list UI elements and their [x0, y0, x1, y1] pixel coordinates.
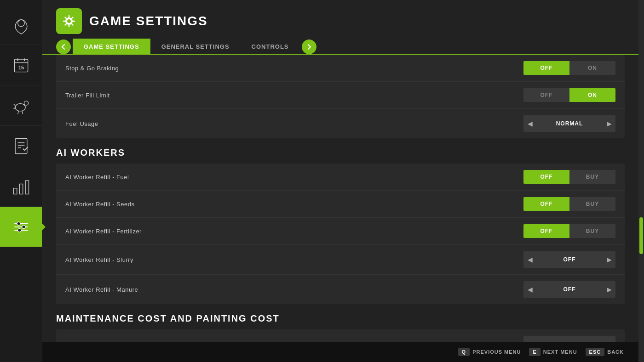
svg-point-26	[67, 19, 71, 23]
fuel-usage-dropdown: ◀ NORMAL ▶	[523, 115, 615, 132]
stop-go-on-btn[interactable]: ON	[569, 61, 615, 75]
trailer-off-btn[interactable]: OFF	[523, 88, 569, 102]
svg-text:15: 15	[18, 65, 23, 70]
scroll-thumb[interactable]	[639, 217, 643, 254]
fuel-usage-value: NORMAL	[536, 120, 603, 127]
svg-line-8	[17, 111, 18, 113]
svg-line-9	[22, 111, 23, 113]
sidebar-item-calendar[interactable]: 15	[0, 45, 42, 85]
main-panel: GAME SETTINGS GAME SETTINGS GENERAL SETT…	[42, 0, 638, 362]
contracts-icon	[11, 136, 31, 156]
sidebar-item-settings[interactable]	[0, 207, 42, 247]
stop-go-braking-row: Stop & Go Braking OFF ON	[56, 55, 625, 82]
ai-refill-fuel-row: AI Worker Refill - Fuel OFF BUY	[56, 164, 625, 191]
svg-rect-16	[13, 188, 17, 194]
trailer-fill-toggle: OFF ON	[523, 88, 615, 102]
gear-tractor-icon	[61, 13, 77, 29]
ai-refill-manure-row: AI Worker Refill - Manure ◀ OFF ▶	[56, 275, 625, 304]
fuel-usage-prev[interactable]: ◀	[523, 115, 536, 132]
chevron-right-icon	[305, 43, 313, 51]
ai-refill-fertilizer-toggle: OFF BUY	[523, 224, 615, 238]
fuel-usage-row: Fuel Usage ◀ NORMAL ▶	[56, 109, 625, 138]
tab-game-settings[interactable]: GAME SETTINGS	[73, 39, 150, 55]
next-menu-key: E NEXT MENU	[529, 348, 582, 356]
page-title: GAME SETTINGS	[89, 14, 208, 28]
maintenance-cost-prev[interactable]: ◀	[523, 336, 536, 342]
svg-point-22	[17, 222, 20, 225]
tab-general-settings[interactable]: GENERAL SETTINGS	[150, 39, 241, 55]
trailer-fill-limit-row: Trailer Fill Limit OFF ON	[56, 82, 625, 109]
trailer-fill-limit-label: Trailer Fill Limit	[65, 92, 110, 99]
animals-icon	[11, 96, 31, 116]
calendar-icon: 15	[11, 55, 31, 75]
maintenance-section-title: MAINTENANCE COST AND PAINTING COST	[56, 313, 625, 324]
ai-manure-dropdown: ◀ OFF ▶	[523, 281, 615, 298]
vehicles-panel: Stop & Go Braking OFF ON Trailer Fill Li…	[56, 55, 625, 138]
maintenance-cost-dropdown: ◀ 75 % ▶	[523, 336, 615, 342]
svg-point-6	[15, 103, 25, 111]
ai-slurry-value: OFF	[536, 256, 603, 263]
back-label: BACK	[607, 349, 624, 355]
fuel-usage-label: Fuel Usage	[65, 120, 98, 127]
ai-fuel-off-btn[interactable]: OFF	[523, 170, 569, 184]
esc-key-badge: ESC	[586, 348, 605, 356]
svg-rect-17	[19, 184, 23, 194]
maintenance-panel: Maintenance cost ◀ 75 % ▶ Maintenance in…	[56, 329, 625, 342]
ai-refill-seeds-row: AI Worker Refill - Seeds OFF BUY	[56, 191, 625, 218]
ai-slurry-prev[interactable]: ◀	[523, 251, 536, 268]
production-icon	[11, 176, 31, 197]
settings-icon	[11, 217, 31, 237]
map-icon	[11, 15, 31, 35]
svg-point-24	[17, 228, 21, 232]
header: GAME SETTINGS	[42, 0, 638, 39]
svg-line-11	[13, 107, 15, 109]
sidebar-item-animals[interactable]	[0, 85, 42, 126]
right-scrollbar[interactable]	[638, 0, 644, 362]
fuel-usage-next[interactable]: ▶	[603, 115, 615, 132]
svg-point-23	[22, 225, 25, 228]
back-key: ESC BACK	[586, 348, 629, 356]
stop-go-braking-toggle: OFF ON	[523, 61, 615, 75]
ai-fuel-buy-btn[interactable]: BUY	[569, 170, 615, 184]
ai-fertilizer-off-btn[interactable]: OFF	[523, 224, 569, 238]
tab-controls[interactable]: CONTROLS	[241, 39, 300, 55]
next-menu-label: NEXT MENU	[543, 349, 577, 355]
ai-refill-fuel-label: AI Worker Refill - Fuel	[65, 174, 129, 181]
e-key-badge: E	[529, 348, 540, 356]
ai-seeds-off-btn[interactable]: OFF	[523, 197, 569, 211]
ai-workers-section-title: AI WORKERS	[56, 147, 625, 158]
ai-manure-next[interactable]: ▶	[603, 281, 615, 298]
ai-slurry-next[interactable]: ▶	[603, 251, 615, 268]
maintenance-cost-row: Maintenance cost ◀ 75 % ▶	[56, 329, 625, 342]
ai-refill-seeds-label: AI Worker Refill - Seeds	[65, 201, 134, 208]
svg-rect-18	[25, 181, 29, 194]
sidebar-item-contracts[interactable]	[0, 126, 42, 166]
sidebar: 15	[0, 0, 42, 362]
tab-prev-arrow[interactable]	[56, 40, 71, 54]
ai-refill-fertilizer-row: AI Worker Refill - Fertilizer OFF BUY	[56, 218, 625, 245]
active-indicator	[41, 222, 46, 232]
stop-go-braking-label: Stop & Go Braking	[65, 65, 119, 72]
ai-fertilizer-buy-btn[interactable]: BUY	[569, 224, 615, 238]
trailer-on-btn[interactable]: ON	[569, 88, 615, 102]
ai-refill-seeds-toggle: OFF BUY	[523, 197, 615, 211]
ai-refill-slurry-label: AI Worker Refill - Slurry	[65, 256, 133, 263]
ai-refill-fertilizer-label: AI Worker Refill - Fertilizer	[65, 228, 142, 235]
svg-line-10	[13, 104, 15, 106]
ai-manure-prev[interactable]: ◀	[523, 281, 536, 298]
ai-slurry-dropdown: ◀ OFF ▶	[523, 251, 615, 268]
bottom-bar: Q PREVIOUS MENU E NEXT MENU ESC BACK	[42, 342, 638, 362]
ai-refill-manure-label: AI Worker Refill - Manure	[65, 286, 138, 293]
header-icon	[56, 8, 82, 34]
maintenance-cost-next[interactable]: ▶	[603, 336, 615, 342]
prev-menu-key: Q PREVIOUS MENU	[458, 348, 527, 356]
chevron-left-icon	[60, 43, 67, 51]
sidebar-item-map[interactable]	[0, 5, 42, 45]
sidebar-item-production[interactable]	[0, 166, 42, 207]
ai-seeds-buy-btn[interactable]: BUY	[569, 197, 615, 211]
ai-refill-fuel-toggle: OFF BUY	[523, 170, 615, 184]
prev-menu-label: PREVIOUS MENU	[472, 349, 521, 355]
tab-next-arrow[interactable]	[302, 40, 316, 54]
stop-go-off-btn[interactable]: OFF	[523, 61, 569, 75]
ai-manure-value: OFF	[536, 286, 603, 293]
